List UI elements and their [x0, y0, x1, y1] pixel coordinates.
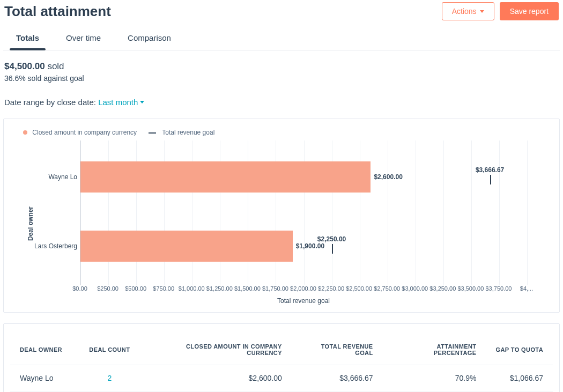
tab-comparison[interactable]: Comparison [128, 28, 171, 50]
summary-amount-suffix: sold [47, 61, 64, 71]
attainment-table: DEAL OWNERDEAL COUNTCLOSED AMOUNT IN COM… [10, 332, 553, 392]
x-tick: $2,000.00 [290, 285, 316, 292]
cell-gap: $1,066.67 [486, 365, 553, 391]
x-tick: $4,... [520, 285, 533, 292]
legend-swatch-icon [149, 132, 156, 134]
x-tick: $1,750.00 [262, 285, 288, 292]
x-tick: $1,250.00 [206, 285, 233, 292]
summary-amount-line: $4,500.00 sold [4, 61, 559, 72]
column-header: CLOSED AMOUNT IN COMPANY CURRENCY [139, 332, 292, 365]
chevron-down-icon [140, 101, 144, 103]
gridline [527, 140, 528, 285]
cell-count[interactable]: 2 [79, 365, 139, 391]
column-header: DEAL COUNT [79, 332, 139, 365]
legend-item-closed-amount: Closed amount in company currency [23, 129, 137, 136]
actions-button[interactable]: Actions [442, 2, 494, 20]
x-tick: $3,750.00 [485, 285, 512, 292]
actions-label: Actions [452, 7, 477, 16]
legend-item-total-revenue-goal: Total revenue goal [149, 129, 214, 136]
x-tick: $750.00 [153, 285, 174, 292]
summary-subline: 36.6% sold against goal [4, 74, 559, 83]
save-report-label: Save report [510, 7, 549, 16]
category-label: Lars Osterberg [29, 242, 77, 250]
save-report-button[interactable]: Save report [500, 2, 559, 20]
bar-value-label: $1,900.00 [296, 242, 324, 250]
x-tick: $2,250.00 [318, 285, 344, 292]
chart-area: Deal owner $2,600.00$3,666.67$1,900.00$2… [26, 140, 549, 307]
x-tick: $0.00 [72, 285, 87, 292]
column-header: TOTAL REVENUE GOAL [292, 332, 383, 365]
gridline [416, 140, 416, 285]
column-header: GAP TO QUOTA [486, 332, 553, 365]
summary-amount: $4,500.00 [4, 61, 45, 71]
date-range-label: Date range by close date: [4, 98, 96, 107]
x-tick: $3,000.00 [402, 285, 428, 292]
bar[interactable] [80, 231, 293, 262]
chevron-down-icon [480, 10, 484, 13]
date-range-dropdown[interactable]: Last month [98, 98, 144, 107]
goal-value-label: $3,666.67 [476, 166, 504, 174]
x-tick: $500.00 [125, 285, 146, 292]
legend-label: Closed amount in company currency [32, 129, 137, 136]
cell-goal: $3,666.67 [292, 365, 383, 391]
column-header: ATTAINMENT PERCENTAGE [383, 332, 486, 365]
gridline [388, 140, 388, 285]
x-tick: $2,750.00 [374, 285, 400, 292]
cell-owner: Wayne Lo [10, 365, 79, 391]
gridline [443, 140, 444, 285]
bar[interactable] [80, 161, 371, 193]
x-tick: $250.00 [97, 285, 118, 292]
goal-value-label: $2,250.00 [317, 235, 346, 243]
x-tick: $3,500.00 [457, 285, 484, 292]
category-label: Wayne Lo [29, 173, 77, 181]
legend-label: Total revenue goal [162, 129, 214, 136]
page-title: Total attainment [4, 3, 111, 20]
x-tick: $3,250.00 [429, 285, 456, 292]
tab-totals[interactable]: Totals [16, 28, 39, 50]
gridline [499, 140, 500, 285]
cell-closed: $2,600.00 [139, 365, 292, 391]
x-tick: $1,000.00 [179, 285, 205, 292]
y-axis-label: Deal owner [27, 206, 34, 241]
goal-marker [490, 175, 491, 184]
x-tick: $1,500.00 [234, 285, 261, 292]
tab-over-time[interactable]: Over time [66, 28, 101, 50]
x-axis-label: Total revenue goal [80, 297, 527, 305]
goal-marker [332, 244, 333, 254]
table-card: DEAL OWNERDEAL COUNTCLOSED AMOUNT IN COM… [3, 323, 560, 392]
gridline [471, 140, 472, 285]
tabs: Totals Over time Comparison [3, 23, 560, 50]
bar-value-label: $2,600.00 [374, 173, 402, 181]
table-row: Wayne Lo2$2,600.00$3,666.6770.9%$1,066.6… [10, 365, 553, 391]
chart-card: Closed amount in company currency Total … [3, 119, 560, 313]
date-range-value: Last month [98, 98, 138, 107]
column-header: DEAL OWNER [10, 332, 79, 365]
legend-swatch-icon [23, 130, 27, 135]
x-tick: $2,500.00 [346, 285, 372, 292]
cell-attain: 70.9% [383, 365, 486, 391]
